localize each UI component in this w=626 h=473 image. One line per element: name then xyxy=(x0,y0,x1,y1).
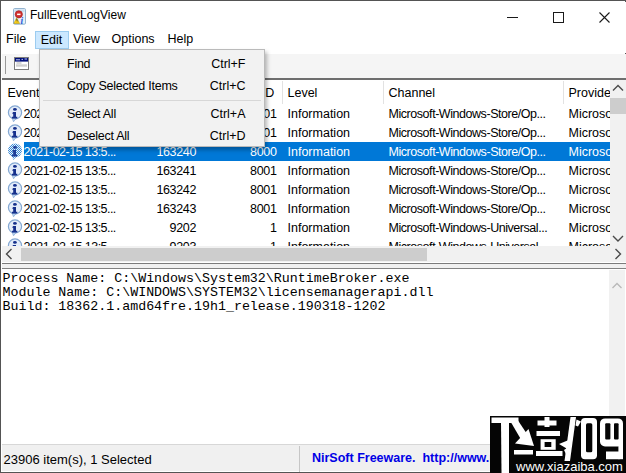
svg-text:i: i xyxy=(20,15,23,24)
